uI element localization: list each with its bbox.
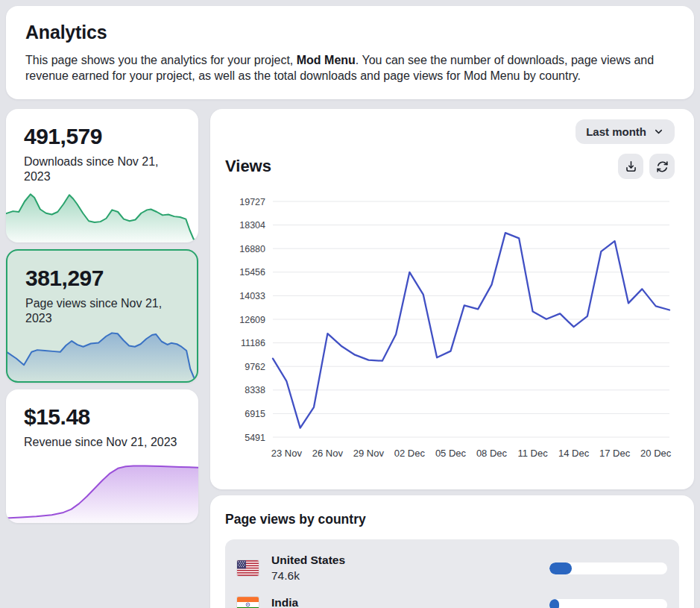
svg-text:26 Nov: 26 Nov [312, 448, 344, 459]
svg-text:11186: 11186 [241, 338, 265, 348]
page-title: Analytics [25, 22, 675, 43]
stat-card-revenue[interactable]: $15.48 Revenue since Nov 21, 2023 [6, 389, 198, 523]
page-views-label: Page views since Nov 21, 2023 [25, 296, 179, 325]
page-description: This page shows you the analytics for yo… [25, 52, 675, 84]
download-chart-button[interactable] [618, 154, 643, 179]
chart-actions [618, 154, 675, 179]
page-views-sparkline [7, 330, 198, 382]
svg-text:08 Dec: 08 Dec [476, 448, 508, 459]
country-info: India [271, 596, 549, 608]
stat-card-downloads-content: 491,579 Downloads since Nov 21, 2023 [6, 109, 198, 184]
analytics-page: Analytics This page shows you the analyt… [0, 0, 700, 608]
revenue-sparkline [6, 460, 198, 523]
svg-text:18304: 18304 [239, 220, 265, 231]
stat-card-downloads[interactable]: 491,579 Downloads since Nov 21, 2023 [6, 109, 198, 242]
svg-text:23 Nov: 23 Nov [271, 448, 303, 459]
svg-text:17 Dec: 17 Dec [599, 448, 631, 459]
svg-text:16880: 16880 [239, 244, 265, 254]
country-row-india: India [237, 589, 667, 608]
svg-text:11 Dec: 11 Dec [517, 448, 548, 459]
download-icon [624, 160, 638, 174]
country-name: United States [271, 554, 549, 567]
views-title: Views [225, 157, 271, 176]
stat-card-revenue-content: $15.48 Revenue since Nov 21, 2023 [6, 389, 198, 450]
svg-text:05 Dec: 05 Dec [435, 448, 467, 459]
refresh-chart-button[interactable] [649, 154, 675, 179]
svg-text:9762: 9762 [245, 362, 265, 372]
us-flag-icon [237, 560, 259, 576]
charts-column: Last month Views [210, 109, 694, 608]
country-views-card: Page views by country [210, 495, 694, 608]
chevron-down-icon [653, 126, 664, 137]
country-progress-track [549, 599, 667, 608]
svg-text:6915: 6915 [245, 409, 265, 419]
stat-cards-column: 491,579 Downloads since Nov 21, 2023 381… [6, 109, 198, 523]
country-list: United States 74.6k [225, 539, 679, 608]
svg-text:20 Dec: 20 Dec [640, 448, 672, 459]
views-line-chart: 5491691583389762111861260914033154561688… [225, 188, 673, 466]
refresh-icon [655, 160, 669, 174]
country-info: United States 74.6k [271, 554, 549, 583]
downloads-value: 491,579 [24, 124, 180, 149]
project-name: Mod Menu [297, 54, 356, 66]
revenue-label: Revenue since Nov 21, 2023 [24, 435, 180, 450]
country-progress-fill [549, 599, 559, 608]
time-range-select[interactable]: Last month [576, 119, 675, 144]
svg-text:02 Dec: 02 Dec [394, 448, 426, 459]
revenue-value: $15.48 [24, 404, 180, 430]
country-name: India [271, 596, 549, 608]
downloads-label: Downloads since Nov 21, 2023 [24, 154, 180, 184]
svg-text:8338: 8338 [245, 385, 265, 395]
analytics-header-card: Analytics This page shows you the analyt… [6, 6, 694, 99]
time-range-label: Last month [586, 125, 646, 138]
page-views-value: 381,297 [25, 266, 179, 291]
dashboard-columns: 491,579 Downloads since Nov 21, 2023 381… [6, 109, 694, 608]
svg-text:14 Dec: 14 Dec [558, 448, 590, 459]
country-value: 74.6k [271, 569, 549, 583]
time-range-row: Last month [225, 119, 675, 144]
svg-text:12609: 12609 [239, 315, 265, 325]
svg-text:29 Nov: 29 Nov [353, 448, 385, 459]
views-chart-card: Last month Views [210, 109, 694, 489]
downloads-sparkline [6, 191, 198, 242]
stat-card-page-views[interactable]: 381,297 Page views since Nov 21, 2023 [6, 249, 198, 383]
svg-text:19727: 19727 [239, 197, 265, 207]
svg-text:14033: 14033 [239, 291, 265, 301]
country-progress-fill [549, 562, 572, 574]
country-progress-track [549, 562, 667, 574]
svg-text:15456: 15456 [239, 267, 265, 278]
country-row-united-states: United States 74.6k [237, 547, 667, 589]
svg-text:5491: 5491 [245, 433, 265, 443]
countries-title: Page views by country [225, 512, 679, 527]
stat-card-page-views-content: 381,297 Page views since Nov 21, 2023 [7, 251, 197, 325]
description-pre: This page shows you the analytics for yo… [25, 54, 297, 66]
chart-title-row: Views [225, 154, 675, 179]
india-flag-icon [237, 597, 259, 608]
